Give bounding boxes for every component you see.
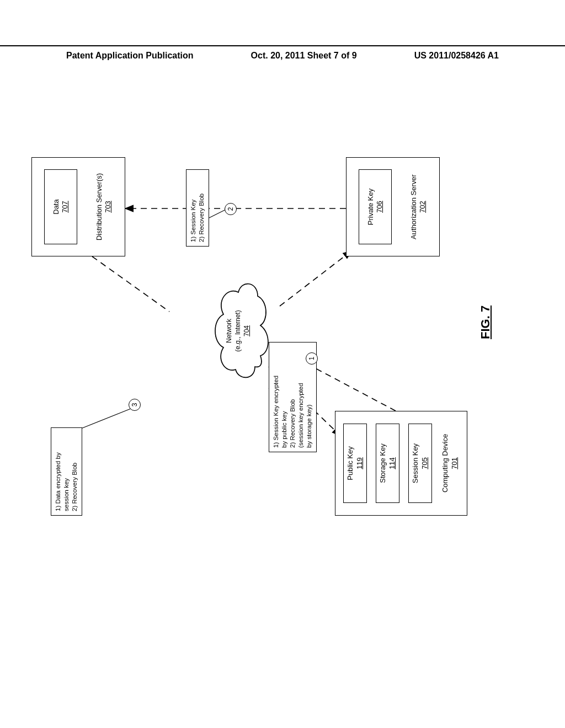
svg-line-8: [209, 210, 226, 218]
step-3-circle: 3: [129, 399, 141, 411]
svg-line-1: [92, 256, 169, 312]
network-text: Network (e.g., Internet) 704: [225, 279, 252, 383]
private-key-ref: 706: [375, 201, 384, 213]
header-right: US 2011/0258426 A1: [414, 51, 499, 61]
distribution-server-label: Distribution Server(s) 703: [95, 173, 113, 240]
data-box: Data 707: [44, 169, 77, 244]
authorization-server-label: Authorization Server 702: [409, 174, 428, 239]
data-ref: 707: [61, 201, 70, 213]
annotation-step-3: 1) Data encrypted by session key 2) Reco…: [51, 427, 82, 516]
header-center: Oct. 20, 2011 Sheet 7 of 9: [251, 51, 357, 61]
network-cloud: Network (e.g., Internet) 704: [208, 279, 274, 383]
network-ref: 704: [243, 325, 250, 336]
storage-key-label: Storage Key: [379, 443, 387, 483]
data-label: Data: [52, 199, 61, 214]
step-2-circle: 2: [225, 203, 237, 215]
distribution-server-box: Data 707 Distribution Server(s) 703: [31, 157, 125, 256]
figure-label: FIG. 7: [478, 306, 493, 339]
svg-line-4: [280, 251, 351, 306]
computing-device-box: Public Key 119 Storage Key 114 Session K…: [335, 411, 467, 516]
public-key-ref: 119: [355, 457, 364, 469]
storage-key-ref: 114: [388, 457, 397, 469]
computing-device-ref: 701: [450, 457, 459, 469]
private-key-box: Private Key 706: [359, 169, 392, 244]
private-key-label: Private Key: [366, 189, 375, 225]
annotation-step-2: 1) Session Key 2) Recovery Blob: [186, 169, 209, 247]
authorization-server-box: Private Key 706 Authorization Server 702: [346, 157, 440, 256]
page-header: Patent Application Publication Oct. 20, …: [0, 45, 565, 61]
network-sub: (e.g., Internet): [234, 310, 242, 351]
distribution-server-ref: 703: [104, 201, 112, 213]
authorization-server-ref: 702: [418, 201, 427, 213]
network-label: Network: [225, 319, 233, 343]
session-key-ref: 705: [420, 457, 429, 469]
storage-key-box: Storage Key 114: [376, 424, 399, 503]
svg-line-3: [307, 364, 396, 411]
step-1-circle: 1: [306, 352, 318, 365]
session-key-label: Session Key: [411, 443, 420, 483]
svg-line-6: [81, 409, 131, 429]
session-key-box: Session Key 705: [408, 424, 432, 503]
public-key-box: Public Key 119: [343, 424, 367, 503]
public-key-label: Public Key: [346, 446, 355, 480]
computing-device-label: Computing Device 701: [441, 434, 459, 493]
header-left: Patent Application Publication: [66, 51, 194, 61]
figure-7-diagram: Public Key 119 Storage Key 114 Session K…: [9, 152, 489, 527]
